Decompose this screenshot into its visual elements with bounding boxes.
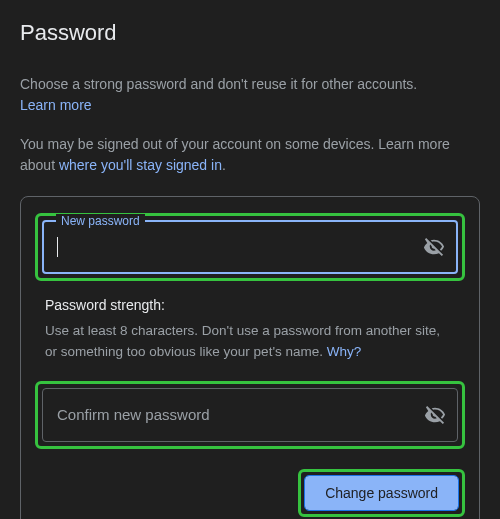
actions-row: Change password bbox=[35, 469, 465, 517]
new-password-label: New password bbox=[56, 214, 145, 228]
intro-text: Choose a strong password and don't reuse… bbox=[20, 74, 480, 116]
strength-why-link[interactable]: Why? bbox=[327, 344, 362, 359]
confirm-password-field[interactable]: Confirm new password bbox=[42, 388, 458, 442]
signout-text: You may be signed out of your account on… bbox=[20, 134, 480, 176]
password-strength: Password strength: Use at least 8 charac… bbox=[45, 297, 455, 363]
confirm-password-placeholder: Confirm new password bbox=[57, 406, 413, 423]
strength-title: Password strength: bbox=[45, 297, 455, 313]
new-password-field[interactable]: New password bbox=[42, 220, 458, 274]
password-card: New password Password strength: Use at l… bbox=[20, 196, 480, 519]
learn-more-link[interactable]: Learn more bbox=[20, 97, 92, 113]
stay-signed-in-link[interactable]: where you'll stay signed in bbox=[59, 157, 222, 173]
page-title: Password bbox=[20, 20, 480, 46]
strength-desc: Use at least 8 characters. Don't use a p… bbox=[45, 323, 440, 359]
confirm-password-highlight: Confirm new password bbox=[35, 381, 465, 449]
visibility-off-icon[interactable] bbox=[422, 235, 446, 259]
change-password-highlight: Change password bbox=[298, 469, 465, 517]
change-password-button[interactable]: Change password bbox=[305, 476, 458, 510]
new-password-highlight: New password bbox=[35, 213, 465, 281]
signout-period: . bbox=[222, 157, 226, 173]
text-cursor bbox=[57, 237, 58, 257]
strength-text: Use at least 8 characters. Don't use a p… bbox=[45, 321, 455, 363]
visibility-off-icon[interactable] bbox=[423, 403, 447, 427]
intro-line: Choose a strong password and don't reuse… bbox=[20, 76, 417, 92]
